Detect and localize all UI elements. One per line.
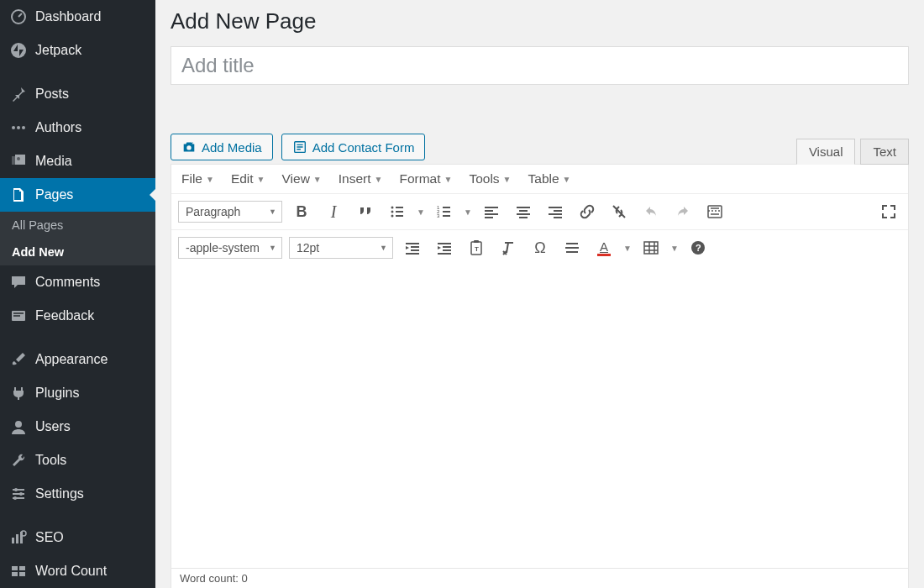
bullet-list-button[interactable] bbox=[385, 199, 410, 224]
sidebar-item-label: Jetpack bbox=[35, 43, 81, 58]
sidebar-item-plugins[interactable]: Plugins bbox=[0, 376, 155, 410]
sidebar-item-settings[interactable]: Settings bbox=[0, 477, 155, 511]
page-heading: Add New Page bbox=[171, 8, 909, 34]
word-count-label: Word count: bbox=[180, 572, 241, 585]
sidebar-item-feedback[interactable]: Feedback bbox=[0, 299, 155, 333]
chevron-down-icon: ▼ bbox=[375, 175, 383, 184]
special-char-button[interactable]: Ω bbox=[528, 235, 553, 260]
font-size-select[interactable]: 12pt bbox=[289, 237, 393, 259]
paste-text-button[interactable]: T bbox=[464, 235, 489, 260]
media-icon bbox=[10, 153, 27, 170]
help-button[interactable]: ? bbox=[685, 235, 711, 260]
menu-file[interactable]: File▼ bbox=[181, 171, 214, 186]
sidebar-item-media[interactable]: Media bbox=[0, 144, 155, 178]
chevron-down-icon: ▼ bbox=[206, 175, 214, 184]
svg-rect-17 bbox=[19, 572, 25, 576]
svg-text:T: T bbox=[475, 245, 479, 253]
font-family-select[interactable]: -apple-system bbox=[178, 237, 282, 259]
svg-point-8 bbox=[19, 492, 23, 496]
add-contact-form-button[interactable]: Add Contact Form bbox=[281, 134, 426, 160]
menu-table[interactable]: Table▼ bbox=[528, 171, 571, 186]
sidebar-item-label: Tools bbox=[35, 453, 66, 468]
chevron-down-icon[interactable]: ▼ bbox=[417, 207, 425, 217]
editor-canvas[interactable] bbox=[171, 265, 908, 568]
sidebar-item-label: Word Count bbox=[35, 564, 107, 579]
sidebar-item-seo[interactable]: SEO bbox=[0, 521, 155, 554]
italic-button[interactable]: I bbox=[321, 199, 346, 224]
editor-menubar: File▼ Edit▼ View▼ Insert▼ Format▼ Tools▼… bbox=[171, 165, 908, 193]
menu-edit[interactable]: Edit▼ bbox=[231, 171, 265, 186]
sidebar-sub-add-new[interactable]: Add New bbox=[0, 239, 155, 265]
tab-text[interactable]: Text bbox=[860, 139, 909, 165]
sidebar-item-authors[interactable]: Authors bbox=[0, 111, 155, 144]
jetpack-icon bbox=[10, 42, 27, 59]
form-icon bbox=[292, 139, 307, 155]
sidebar-item-users[interactable]: Users bbox=[0, 410, 155, 444]
user-icon bbox=[10, 418, 27, 435]
menu-tools[interactable]: Tools▼ bbox=[469, 171, 511, 186]
sidebar-sub-all-pages[interactable]: All Pages bbox=[0, 212, 155, 239]
dashboard-icon bbox=[10, 8, 27, 25]
chevron-down-icon: ▼ bbox=[563, 175, 571, 184]
tab-visual[interactable]: Visual bbox=[796, 139, 856, 165]
sidebar-item-comments[interactable]: Comments bbox=[0, 265, 155, 299]
sidebar-item-label: Authors bbox=[35, 120, 81, 135]
menu-format[interactable]: Format▼ bbox=[399, 171, 452, 186]
indent-button[interactable] bbox=[432, 235, 457, 260]
sidebar-item-label: Dashboard bbox=[35, 9, 101, 24]
brush-icon bbox=[10, 351, 27, 368]
svg-point-4 bbox=[22, 126, 25, 129]
add-media-button[interactable]: Add Media bbox=[171, 134, 273, 160]
align-left-button[interactable] bbox=[479, 199, 504, 224]
wrench-icon bbox=[10, 452, 27, 469]
sidebar-item-pages[interactable]: Pages bbox=[0, 178, 155, 212]
align-right-button[interactable] bbox=[543, 199, 568, 224]
sidebar-item-label: Settings bbox=[35, 486, 84, 501]
bold-button[interactable]: B bbox=[289, 199, 314, 224]
svg-point-3 bbox=[17, 126, 20, 129]
text-color-button[interactable]: A bbox=[591, 235, 617, 260]
sidebar-item-jetpack[interactable]: Jetpack bbox=[0, 34, 155, 67]
sidebar-item-appearance[interactable]: Appearance bbox=[0, 343, 155, 376]
sidebar-item-posts[interactable]: Posts bbox=[0, 77, 155, 111]
menu-insert[interactable]: Insert▼ bbox=[339, 171, 383, 186]
word-count-value: 0 bbox=[241, 572, 247, 585]
fullscreen-button[interactable] bbox=[876, 199, 901, 224]
chevron-down-icon: ▼ bbox=[313, 175, 322, 184]
blockquote-button[interactable] bbox=[353, 199, 378, 224]
chevron-down-icon: ▼ bbox=[257, 175, 265, 184]
unlink-button[interactable] bbox=[606, 199, 632, 224]
chevron-down-icon[interactable]: ▼ bbox=[464, 207, 472, 217]
toolbar-row-2: -apple-system 12pt T Ω A ▼ bbox=[171, 229, 908, 265]
svg-point-22 bbox=[391, 215, 394, 218]
sidebar-item-dashboard[interactable]: Dashboard bbox=[0, 0, 155, 34]
svg-text:?: ? bbox=[696, 243, 701, 253]
title-input[interactable] bbox=[171, 46, 909, 85]
sidebar-item-label: Users bbox=[35, 419, 71, 434]
svg-rect-16 bbox=[12, 572, 18, 576]
sidebar-item-tools[interactable]: Tools bbox=[0, 444, 155, 477]
editor-container: File▼ Edit▼ View▼ Insert▼ Format▼ Tools▼… bbox=[171, 164, 909, 588]
svg-rect-30 bbox=[644, 242, 658, 254]
pages-icon bbox=[10, 186, 27, 203]
link-button[interactable] bbox=[575, 199, 600, 224]
outdent-button[interactable] bbox=[400, 235, 425, 260]
editor-tabs: Visual Text bbox=[796, 139, 909, 165]
chevron-down-icon: ▼ bbox=[503, 175, 512, 184]
horizontal-rule-button[interactable] bbox=[559, 235, 585, 260]
sidebar-item-label: Feedback bbox=[35, 308, 94, 323]
clear-formatting-button[interactable] bbox=[496, 235, 521, 260]
svg-rect-11 bbox=[16, 534, 18, 543]
chevron-down-icon[interactable]: ▼ bbox=[670, 244, 679, 253]
menu-view[interactable]: View▼ bbox=[282, 171, 322, 186]
redo-button[interactable] bbox=[670, 199, 696, 224]
read-more-button[interactable] bbox=[702, 199, 727, 224]
admin-sidebar: Dashboard Jetpack Posts Authors Media Pa… bbox=[0, 0, 155, 588]
numbered-list-button[interactable]: 123 bbox=[432, 199, 457, 224]
table-button[interactable] bbox=[638, 235, 664, 260]
chevron-down-icon[interactable]: ▼ bbox=[623, 244, 632, 253]
align-center-button[interactable] bbox=[511, 199, 536, 224]
undo-button[interactable] bbox=[638, 199, 664, 224]
sidebar-item-wordcount[interactable]: Word Count bbox=[0, 554, 155, 588]
format-select[interactable]: Paragraph bbox=[178, 201, 282, 223]
